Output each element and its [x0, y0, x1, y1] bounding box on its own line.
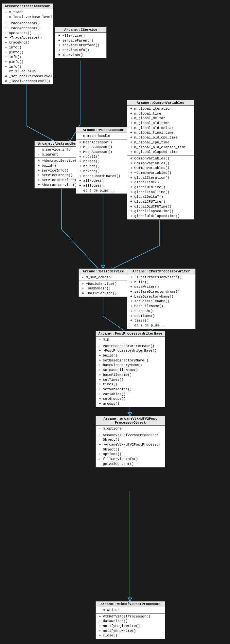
box-mesh-accessor-title: Arcane::MeshAccessor	[76, 127, 131, 133]
box-iservice-title: Arcane::IService	[55, 27, 106, 33]
svg-marker-10	[101, 265, 105, 268]
box-basic-service-fields: - m_sub_domain	[79, 274, 128, 281]
box-post-processor-writer-base: Arcane::PostProcessorWriterBase - m_p + …	[96, 331, 165, 407]
box-trace-accessor-methods: + TraceAccessor() + TraceAccessor() + op…	[2, 20, 53, 84]
svg-marker-21	[128, 413, 132, 416]
diagram-container: Arccore::TraceAccessor - m_trace - m_loc…	[0, 0, 230, 644]
box-iservice-methods: + ~IService() + serviceParent() + servic…	[55, 33, 106, 58]
box-arcane-vtk-hdf-v2-post-processor-object-methods: + ArcaneVtkHdfV2PostProcessor Object() +…	[96, 432, 165, 467]
box-common-variables-methods: + CommonVariables() + CommonVariables() …	[127, 156, 194, 219]
box-arcane-vtk-hdf-v2-post-processor-object-title: Arcane::ArcaneVtkHdfV2PostProcessorObjec…	[96, 416, 165, 426]
box-trace-accessor: Arccore::TraceAccessor - m_trace - m_loc…	[2, 3, 53, 84]
box-vtk-hdf-v2-post-processor-title: Arcane::VtkHdfV2PostProcessor	[96, 601, 165, 607]
box-iservice: Arcane::IService + ~IService() + service…	[55, 27, 107, 58]
box-ipost-processor-writer: Arcane::IPostProcessorWriter + ~IPostPro…	[127, 268, 196, 329]
box-common-variables: Arcane::CommonVariables + m_global_itera…	[127, 100, 194, 220]
box-basic-service-title: Arcane::BasicService	[79, 269, 128, 274]
box-basic-service: Arcane::BasicService - m_sub_domain + ~B…	[79, 268, 128, 297]
box-mesh-accessor: Arcane::MeshAccessor - m_mesh_handle + M…	[76, 127, 131, 194]
box-vtk-hdf-v2-post-processor-methods: + VtkHdfV2PostProcessor() + dataWriter()…	[96, 614, 165, 639]
box-vtk-hdf-v2-post-processor-fields: - m_writer	[96, 607, 165, 614]
svg-line-12	[113, 246, 160, 268]
box-post-processor-writer-base-fields: - m_p	[96, 337, 165, 343]
box-trace-accessor-title: Arccore::TraceAccessor	[2, 4, 53, 9]
box-arcane-vtk-hdf-v2-post-processor-object: Arcane::ArcaneVtkHdfV2PostProcessorObjec…	[96, 416, 165, 468]
box-ipost-processor-writer-methods: + ~IPostProcessorWriter() + build() + da…	[127, 274, 195, 329]
svg-marker-23	[128, 598, 132, 601]
box-mesh-accessor-methods: + MeshAccessor() + MeshAccessor() + Mesh…	[76, 139, 131, 194]
box-post-processor-writer-base-methods: + PostProcessorWriterBase() + ~PostProce…	[96, 343, 165, 407]
box-common-variables-fields: + m_global_iteration + m_global_time + m…	[127, 106, 194, 156]
svg-line-7	[62, 229, 98, 268]
box-common-variables-title: Arcane::CommonVariables	[127, 100, 194, 106]
box-vtk-hdf-v2-post-processor: Arcane::VtkHdfV2PostProcessor - m_writer…	[96, 601, 165, 639]
box-basic-service-methods: + ~BasicService() + subDomain() # BasicS…	[79, 281, 128, 297]
box-ipost-processor-writer-title: Arcane::IPostProcessorWriter	[127, 269, 195, 274]
box-trace-accessor-fields: - m_trace - m_local_verbose_level	[2, 9, 53, 20]
box-arcane-vtk-hdf-v2-post-processor-object-fields: - m_options	[96, 426, 165, 432]
box-mesh-accessor-fields: - m_mesh_handle	[76, 133, 131, 139]
svg-line-1	[27, 126, 54, 141]
svg-line-15	[103, 316, 124, 331]
box-post-processor-writer-base-title: Arcane::PostProcessorWriterBase	[96, 331, 165, 337]
